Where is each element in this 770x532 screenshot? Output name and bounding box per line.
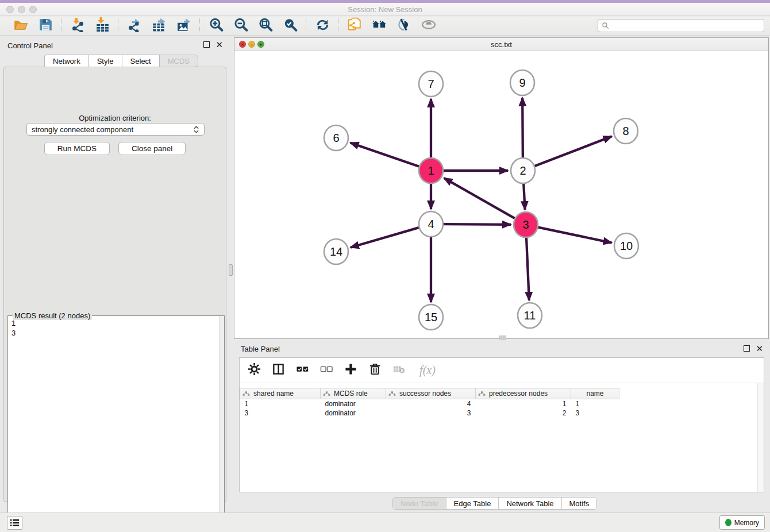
search-input[interactable] [612,22,760,30]
copy-network-icon [347,17,362,34]
list-icon [10,519,20,527]
table-row[interactable]: 3dominator323 [240,408,619,418]
first-neighbors-button[interactable] [371,18,387,34]
graph-node-4[interactable]: 4 [419,211,443,237]
column-tree-icon [478,391,486,396]
close-panel-button[interactable]: Close panel [118,142,186,155]
graph-node-3[interactable]: 3 [514,212,538,237]
refresh-button[interactable] [314,18,330,34]
tab-motifs[interactable]: Motifs [561,498,597,509]
optimization-criterion-dropdown[interactable]: strongly connected component [26,123,205,136]
graph-node-2[interactable]: 2 [511,158,535,183]
graph-node-11[interactable]: 11 [518,303,542,328]
column-header-predecessor-nodes[interactable]: predecessor nodes [476,388,571,399]
node-table-body: 1dominator4113dominator323 [240,399,619,418]
network-window-titlebar[interactable]: ✕ − + scc.txt [234,38,768,51]
column-header-name[interactable]: name [571,388,619,399]
show-columns-button[interactable] [271,363,286,378]
import-network-icon [70,17,85,34]
hide-selected-button[interactable] [396,18,411,34]
column-header-successor-nodes[interactable]: successor nodes [386,388,476,399]
columns-icon [272,363,285,378]
graph-svg[interactable]: 7968124314101511 [234,51,768,338]
graph-node-8[interactable]: 8 [614,118,638,144]
tab-style[interactable]: Style [89,55,122,67]
run-mcds-button[interactable]: Run MCDS [44,142,110,155]
zoom-out-icon [233,17,248,34]
dropdown-stepper-icon [194,125,199,134]
close-table-panel-icon[interactable]: ✕ [756,345,763,352]
select-all-button[interactable] [295,363,310,378]
tab-mcds[interactable]: MCDS [160,55,198,67]
tab-network-table[interactable]: Network Table [498,498,561,509]
show-all-button[interactable] [421,18,436,34]
application-window: Session: New Session Control Panel ✕ Net… [0,0,770,532]
close-panel-icon[interactable]: ✕ [215,41,223,48]
zoom-out-button[interactable] [233,18,248,34]
eye-icon [421,17,436,34]
clone-network-button[interactable] [346,18,362,34]
tab-select[interactable]: Select [122,55,160,67]
zoom-fit-button[interactable] [257,18,273,34]
search-field[interactable] [598,19,764,32]
edge-2-3[interactable] [523,183,525,210]
column-header-shared-name[interactable]: shared name [240,388,321,399]
network-scrollbar-nub[interactable] [499,336,506,340]
graph-node-14[interactable]: 14 [324,239,348,264]
graph-node-10[interactable]: 10 [614,233,638,259]
export-network-icon [127,17,142,34]
export-image-icon [176,17,191,34]
open-session-button[interactable] [13,18,28,34]
table-row[interactable]: 1dominator411 [240,399,619,408]
float-panel-icon[interactable] [203,41,210,48]
control-panel-tabs: NetworkStyleSelectMCDS [44,55,198,67]
import-table-button[interactable] [94,18,110,34]
edge-2-9[interactable] [522,98,523,158]
zoom-selected-button[interactable] [282,18,298,34]
splitter-handle[interactable] [229,264,233,276]
svg-text:15: 15 [425,311,437,323]
refresh-icon [315,17,330,34]
add-row-button[interactable] [343,363,359,378]
tab-network[interactable]: Network [44,55,89,67]
graph-node-1[interactable]: 1 [419,158,443,183]
mcds-panel: Optimization criterion: strongly connect… [3,67,226,502]
table-settings-button[interactable] [247,363,262,378]
edge-2-8[interactable] [535,136,612,166]
import-network-button[interactable] [70,18,85,34]
deselect-all-button[interactable] [319,363,334,378]
table-scrollbar[interactable] [757,383,764,492]
edge-1-6[interactable] [351,142,419,166]
result-scrollbar[interactable] [219,316,224,531]
edge-4-14[interactable] [351,228,419,248]
export-image-button[interactable] [176,18,191,34]
export-network-button[interactable] [126,18,142,34]
float-table-panel-icon[interactable] [744,345,750,352]
tab-node-table[interactable]: Node Table [393,498,446,509]
dropdown-value: strongly connected component [32,125,194,134]
memory-button[interactable]: Memory [719,515,765,530]
trash-icon [368,363,382,378]
graph-node-6[interactable]: 6 [324,125,348,151]
export-table-icon [152,17,167,34]
svg-text:11: 11 [524,309,536,322]
graph-node-7[interactable]: 7 [419,71,443,97]
graph-node-9[interactable]: 9 [510,70,534,95]
graph-node-15[interactable]: 15 [419,304,443,330]
memory-status-icon [725,519,732,526]
column-header-MCDS-role[interactable]: MCDS role [321,388,386,399]
delete-row-button[interactable] [367,363,383,378]
task-history-button[interactable] [7,516,22,530]
edge-3-11[interactable] [526,237,529,300]
node-table-container: f(x) shared nameMCDS rolesuccessor nodes… [239,357,764,492]
network-view-window: ✕ − + scc.txt 7968124314101511 [234,37,769,339]
edge-4-3[interactable] [444,224,511,225]
zoom-in-button[interactable] [208,18,224,34]
export-table-button[interactable] [151,18,167,34]
svg-text:3: 3 [522,218,529,231]
tab-edge-table[interactable]: Edge Table [446,498,499,509]
svg-text:7: 7 [428,78,434,90]
edge-3-1[interactable] [444,178,515,218]
save-session-button[interactable] [37,18,53,34]
edge-3-10[interactable] [538,228,612,243]
